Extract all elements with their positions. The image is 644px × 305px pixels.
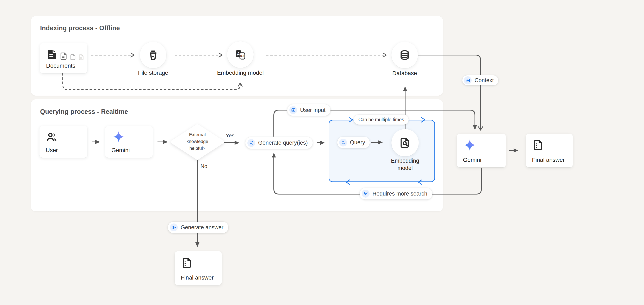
indexing-section-title: Indexing process - Offline bbox=[40, 25, 120, 32]
generate-queries-pill: Generate query(ies) bbox=[245, 137, 313, 149]
document-outline-icon bbox=[70, 53, 77, 61]
file-storage-label: File storage bbox=[120, 70, 186, 76]
user-node: User bbox=[40, 126, 88, 158]
rag-architecture-diagram: Indexing process - Offline Querying proc… bbox=[0, 0, 644, 305]
documents-node: Documents bbox=[40, 43, 88, 73]
gemini-star-icon bbox=[463, 138, 476, 152]
generate-answer-badge: Generate answer bbox=[168, 222, 228, 233]
requires-more-search-label: Requires more search bbox=[372, 191, 428, 197]
query-label: Query bbox=[350, 139, 365, 146]
requires-more-search-badge: Requires more search bbox=[360, 188, 432, 199]
gemini-query-label: Gemini bbox=[112, 147, 130, 154]
document-outline-icon bbox=[60, 52, 68, 61]
search-spark-icon bbox=[248, 139, 255, 147]
document-outline-icon bbox=[78, 54, 85, 61]
user-label: User bbox=[46, 147, 58, 154]
file-storage-node bbox=[140, 42, 166, 68]
send-icon bbox=[170, 223, 178, 231]
search-icon bbox=[339, 139, 347, 147]
file-search-icon bbox=[399, 137, 411, 149]
documents-icon bbox=[46, 48, 85, 61]
article-icon bbox=[464, 76, 472, 84]
can-be-multiple-times-label: Can be multiple times bbox=[358, 117, 404, 123]
querying-section-title: Querying process - Realtime bbox=[40, 108, 128, 115]
svg-text:0,1: 0,1 bbox=[240, 54, 244, 58]
final-answer-right-label: Final answer bbox=[532, 157, 565, 163]
final-answer-bottom-label: Final answer bbox=[181, 274, 214, 281]
embedding-online-line1: Embedding bbox=[391, 158, 419, 164]
gemini-answer-node: Gemini bbox=[457, 134, 506, 167]
send-spark-icon bbox=[362, 190, 370, 198]
login-arrow-icon bbox=[289, 106, 297, 114]
gemini-query-node: Gemini bbox=[105, 126, 153, 158]
embedding-model-offline-label: Embedding model bbox=[207, 70, 274, 76]
translate-numeric-icon: A 0,1 bbox=[234, 49, 246, 61]
embedding-model-online-label: Embedding model bbox=[376, 157, 434, 172]
yes-label: Yes bbox=[226, 132, 234, 139]
can-be-multiple-times-badge: Can be multiple times bbox=[354, 115, 408, 125]
decision-line1: External bbox=[189, 132, 206, 137]
decision-line2: knowledge bbox=[186, 139, 208, 144]
no-label: No bbox=[200, 163, 207, 169]
user-input-label: User input bbox=[300, 107, 326, 113]
document-filled-icon bbox=[46, 48, 58, 61]
retrieval-loop-container bbox=[328, 120, 435, 182]
gemini-star-icon bbox=[112, 130, 125, 143]
user-input-badge: User input bbox=[287, 104, 330, 116]
query-pill: Query bbox=[337, 137, 370, 148]
generate-queries-label: Generate query(ies) bbox=[258, 140, 308, 146]
database-icon bbox=[399, 49, 411, 61]
decision-text: External knowledge helpful? bbox=[175, 131, 220, 152]
final-answer-bottom-node: Final answer bbox=[175, 251, 222, 285]
context-label: Context bbox=[474, 77, 494, 84]
database-node bbox=[392, 42, 418, 68]
database-label: Database bbox=[372, 70, 438, 77]
documents-label: Documents bbox=[46, 63, 76, 69]
final-answer-doc-icon bbox=[532, 139, 544, 151]
embedding-online-line2: model bbox=[398, 165, 413, 171]
users-icon bbox=[46, 131, 58, 143]
generate-answer-label: Generate answer bbox=[181, 224, 224, 231]
context-badge: Context bbox=[462, 75, 498, 85]
decision-line3: helpful? bbox=[189, 146, 205, 151]
final-answer-right-node: Final answer bbox=[526, 134, 573, 167]
bucket-icon bbox=[147, 49, 159, 61]
embedding-model-online-node bbox=[392, 129, 419, 156]
gemini-answer-label: Gemini bbox=[463, 157, 481, 163]
embedding-model-offline-node: A 0,1 bbox=[227, 41, 254, 68]
final-answer-doc-icon bbox=[181, 257, 193, 269]
